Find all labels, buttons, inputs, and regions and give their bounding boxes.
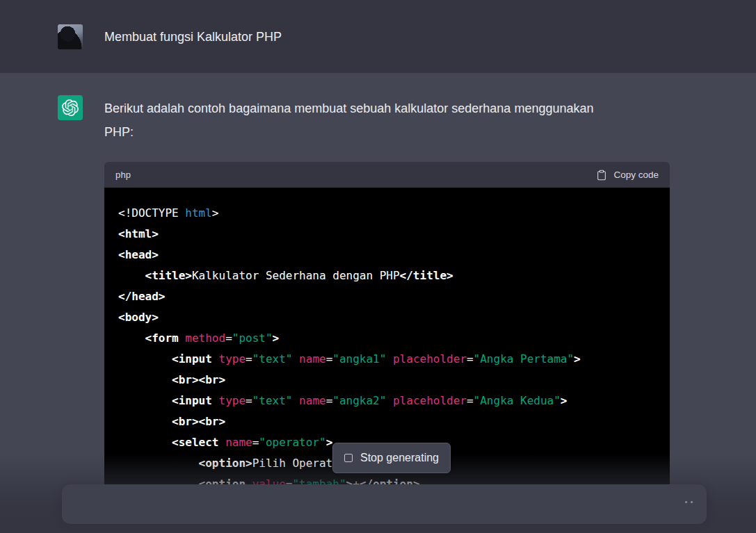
- code-line: </head>: [118, 286, 656, 307]
- intro-line-2: PHP:: [104, 125, 134, 139]
- user-message-text: Membuat fungsi Kalkulator PHP: [104, 24, 282, 49]
- user-message-row: Membuat fungsi Kalkulator PHP: [0, 0, 756, 73]
- user-avatar: [58, 24, 83, 49]
- code-line: <input type="text" name="angka1" placeho…: [118, 349, 656, 370]
- code-line: <!DOCTYPE html>: [118, 203, 656, 224]
- code-line: <br><br>: [118, 370, 656, 391]
- copy-code-label: Copy code: [613, 170, 659, 180]
- composer: ··: [62, 484, 707, 524]
- square-stop-icon: [344, 454, 353, 462]
- copy-code-button[interactable]: Copy code: [596, 170, 659, 181]
- code-line: <body>: [118, 307, 656, 328]
- stop-generating-button[interactable]: Stop generating: [332, 443, 451, 473]
- stop-generating-label: Stop generating: [360, 452, 439, 464]
- intro-line-1: Berikut adalah contoh bagaimana membuat …: [104, 101, 593, 115]
- message-input[interactable]: [62, 484, 684, 524]
- code-line: <html>: [118, 224, 656, 245]
- code-line: <form method="post">: [118, 328, 656, 349]
- assistant-intro-text: Berikut adalah contoh bagaimana membuat …: [104, 97, 670, 144]
- clipboard-icon: [596, 170, 607, 181]
- code-line: <title>Kalkulator Sederhana dengan PHP</…: [118, 265, 656, 286]
- code-block-header: php Copy code: [104, 162, 670, 188]
- code-line: <br><br>: [118, 411, 656, 432]
- openai-logo-icon: [62, 99, 79, 116]
- chatgpt-avatar: [58, 95, 83, 120]
- code-language-label: php: [115, 170, 131, 180]
- code-line: <head>: [118, 245, 656, 265]
- chatgpt-app: Membuat fungsi Kalkulator PHP Berikut ad…: [0, 0, 756, 533]
- composer-dots[interactable]: ··: [684, 495, 707, 513]
- code-line: <input type="text" name="angka2" placeho…: [118, 391, 656, 411]
